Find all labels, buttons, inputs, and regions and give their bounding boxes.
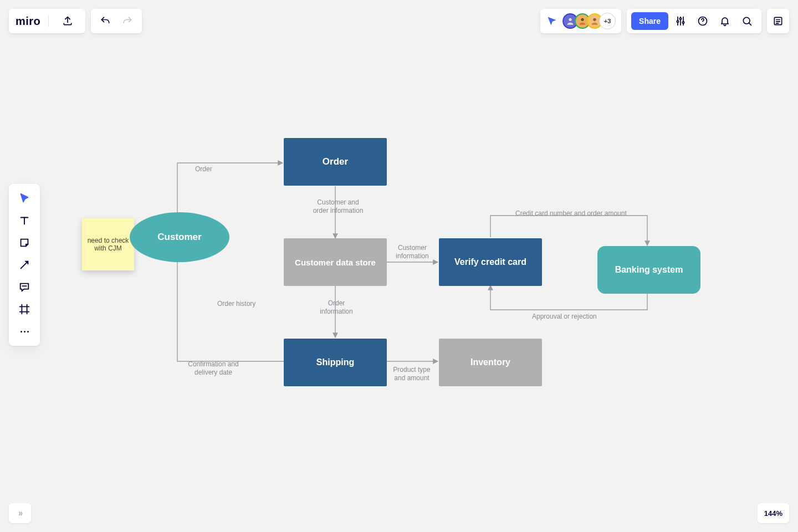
edge-label: Approuval or rejection — [532, 313, 597, 321]
node-label: Customer data store — [295, 258, 376, 267]
node-inventory[interactable]: Inventory — [439, 339, 542, 386]
node-label: Shipping — [316, 357, 354, 367]
edge-label: Customer information — [390, 244, 434, 260]
node-label: Customer — [157, 232, 201, 243]
node-banking-system[interactable]: Banking system — [597, 246, 700, 294]
sticky-text: need to check with CJM — [85, 237, 131, 252]
edge-label: Product type and amount — [390, 366, 434, 382]
node-label: Order — [323, 156, 348, 167]
node-shipping[interactable]: Shipping — [284, 339, 387, 386]
edge-label: Order information — [317, 299, 356, 316]
node-verify-credit-card[interactable]: Verify credit card — [439, 238, 542, 286]
edge-label: Order history — [217, 300, 255, 308]
edge-label: Credit card number and order amount — [515, 209, 627, 218]
canvas[interactable]: need to check with CJM Customer Order Cu… — [0, 0, 798, 532]
edge-label: Customer and order information — [310, 198, 366, 215]
node-label: Banking system — [615, 265, 683, 275]
node-label: Inventory — [470, 357, 510, 367]
edge-label: Confirmation and delivery date — [183, 360, 244, 377]
node-label: Verify credit card — [454, 257, 526, 267]
node-order[interactable]: Order — [284, 138, 387, 186]
edge-label: Order — [195, 165, 212, 173]
sticky-note[interactable]: need to check with CJM — [82, 218, 134, 270]
node-customer-data-store[interactable]: Customer data store — [284, 238, 387, 286]
node-customer[interactable]: Customer — [130, 212, 229, 262]
